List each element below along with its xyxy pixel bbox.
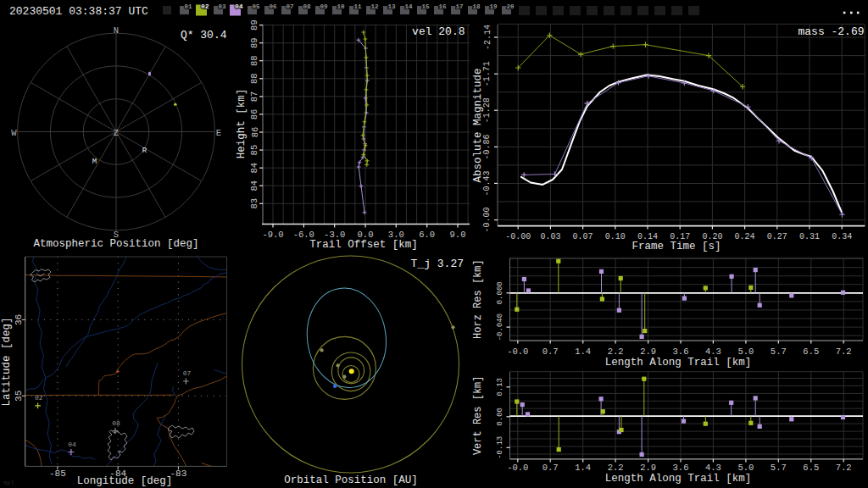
svg-text:01: 01	[184, 3, 192, 10]
svg-text:Height [km]: Height [km]	[236, 89, 248, 159]
svg-text:02: 02	[35, 394, 43, 402]
svg-text:0.07: 0.07	[573, 232, 593, 241]
svg-text:0.31: 0.31	[799, 232, 820, 241]
svg-text:0.03: 0.03	[540, 232, 560, 241]
svg-text:5.0: 5.0	[737, 463, 754, 473]
svg-text:09: 09	[320, 3, 328, 10]
svg-text:-0.43: -0.43	[483, 170, 492, 196]
svg-text:6.5: 6.5	[803, 463, 819, 473]
svg-text:4.3: 4.3	[705, 347, 721, 357]
svg-text:0.00: 0.00	[497, 408, 505, 426]
svg-text:2.9: 2.9	[640, 347, 656, 357]
svg-text:02: 02	[201, 3, 209, 10]
svg-text:-85: -85	[49, 469, 66, 479]
svg-text:4.3: 4.3	[705, 463, 721, 473]
svg-text:14: 14	[404, 3, 413, 10]
svg-text:89: 89	[250, 37, 260, 48]
svg-text:5.7: 5.7	[771, 347, 787, 357]
svg-text:-2.14: -2.14	[483, 25, 492, 50]
svg-text:0.7: 0.7	[542, 347, 559, 357]
svg-text:13: 13	[387, 3, 396, 10]
svg-text:-1.71: -1.71	[483, 61, 492, 86]
svg-text:11: 11	[353, 3, 362, 10]
svg-text:15: 15	[421, 3, 430, 10]
svg-text:84: 84	[250, 180, 260, 191]
svg-text:5.7: 5.7	[771, 463, 787, 473]
svg-text:85: 85	[250, 145, 260, 156]
svg-text:E: E	[216, 128, 221, 138]
svg-text:mpl: mpl	[3, 480, 14, 486]
svg-text:88: 88	[250, 55, 260, 66]
svg-text:2.2: 2.2	[608, 463, 624, 473]
svg-text:88: 88	[250, 73, 260, 84]
svg-text:6.0: 6.0	[419, 230, 435, 240]
svg-text:35: 35	[14, 391, 24, 402]
svg-text:05: 05	[252, 3, 260, 10]
svg-text:-9.0: -9.0	[262, 230, 283, 240]
svg-text:08: 08	[303, 3, 311, 10]
svg-text:7.2: 7.2	[836, 347, 852, 357]
svg-text:Orbital Position [AU]: Orbital Position [AU]	[284, 474, 418, 486]
svg-text:16: 16	[438, 3, 447, 10]
svg-text:Q* 30.4: Q* 30.4	[181, 29, 227, 42]
svg-text:-0.13: -0.13	[497, 436, 505, 459]
svg-text:04: 04	[235, 3, 243, 10]
svg-text:03: 03	[218, 3, 226, 10]
svg-text:0.34: 0.34	[832, 232, 852, 241]
svg-text:Length Along Trail [km]: Length Along Trail [km]	[605, 357, 752, 369]
svg-text:7.2: 7.2	[836, 463, 852, 473]
svg-text:Length Along Trail [km]: Length Along Trail [km]	[605, 473, 752, 485]
svg-text:0.13: 0.13	[497, 378, 505, 396]
svg-text:04: 04	[68, 441, 76, 448]
svg-text:1.4: 1.4	[575, 347, 591, 357]
svg-text:N: N	[114, 25, 119, 36]
svg-text:M: M	[92, 158, 97, 166]
svg-text:84: 84	[250, 163, 260, 174]
svg-text:07: 07	[286, 3, 293, 10]
svg-text:10: 10	[337, 3, 345, 10]
svg-text:-0.00: -0.00	[483, 208, 492, 233]
svg-text:20: 20	[506, 3, 515, 10]
svg-text:Z: Z	[114, 128, 119, 138]
svg-text:Horz Res [km]: Horz Res [km]	[472, 259, 484, 339]
svg-text:-0.00: -0.00	[505, 232, 531, 241]
svg-text:87: 87	[250, 92, 260, 103]
svg-text:20230501 03:38:37 UTC: 20230501 03:38:37 UTC	[9, 5, 148, 18]
svg-text:0.10: 0.10	[605, 232, 626, 241]
svg-text:Latitude [deg]: Latitude [deg]	[1, 317, 13, 406]
svg-text:2.2: 2.2	[608, 347, 624, 357]
svg-text:R: R	[142, 147, 147, 155]
svg-text:0.7: 0.7	[542, 463, 559, 473]
svg-text:12: 12	[370, 3, 379, 10]
svg-text:mass -2.69: mass -2.69	[798, 25, 864, 38]
svg-text:-0.86: -0.86	[483, 134, 492, 159]
svg-text:89: 89	[250, 19, 260, 30]
svg-text:5.0: 5.0	[737, 347, 754, 357]
svg-text:19: 19	[489, 3, 498, 10]
svg-text:3.6: 3.6	[673, 463, 689, 473]
svg-text:2.9: 2.9	[640, 463, 656, 473]
svg-text:Frame Time [s]: Frame Time [s]	[632, 241, 721, 252]
svg-text:18: 18	[472, 3, 481, 10]
svg-text:Vert Res [km]: Vert Res [km]	[472, 375, 484, 455]
svg-text:0.000: 0.000	[497, 281, 505, 304]
svg-text:-0.0: -0.0	[507, 463, 528, 473]
svg-text:-1.28: -1.28	[483, 97, 492, 123]
svg-text:6.5: 6.5	[803, 347, 819, 357]
svg-text:W: W	[11, 128, 17, 138]
svg-text:83: 83	[250, 198, 260, 209]
svg-text:06: 06	[269, 3, 277, 10]
svg-text:T_j 3.27: T_j 3.27	[411, 258, 464, 270]
svg-text:0.24: 0.24	[735, 232, 755, 241]
svg-text:Atmospheric Position [deg]: Atmospheric Position [deg]	[33, 238, 198, 250]
svg-text:86: 86	[250, 109, 260, 120]
svg-text:vel 20.8: vel 20.8	[412, 25, 465, 38]
svg-text:-0.040: -0.040	[497, 313, 505, 341]
svg-text:3.6: 3.6	[673, 347, 689, 357]
svg-text:-0.0: -0.0	[507, 347, 528, 357]
svg-text:1.4: 1.4	[575, 463, 591, 473]
svg-text:Trail Offset [km]: Trail Offset [km]	[309, 239, 418, 251]
svg-text:86: 86	[250, 127, 260, 138]
svg-text:17: 17	[455, 3, 463, 10]
svg-text:-83: -83	[170, 469, 186, 479]
